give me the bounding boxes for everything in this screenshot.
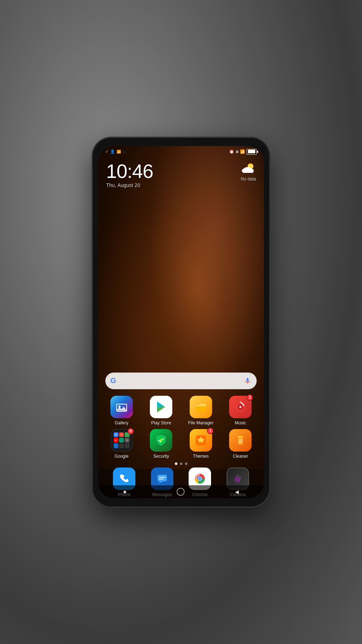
search-mic-button[interactable] <box>244 377 252 385</box>
phone-frame: ✓ 👤 📶 ··· ⏰ ⊠ 📶 10:46 Thu, August 20 <box>92 137 270 507</box>
status-left: ✓ 👤 📶 ··· <box>105 149 126 154</box>
svg-rect-23 <box>157 475 167 481</box>
gallery-label: Gallery <box>115 420 129 425</box>
google-folder-icon: 9 G M 📍 ▶ 👤 ⊞ 1 <box>110 429 133 452</box>
app-google[interactable]: 9 G M 📍 ▶ 👤 ⊞ 1 Google <box>105 429 138 459</box>
cleaner-label: Cleaner <box>233 454 248 459</box>
playstore-icon <box>150 396 172 418</box>
clock-time: 10:46 <box>106 161 153 181</box>
svg-marker-10 <box>157 407 165 412</box>
google-label: Google <box>114 454 129 459</box>
svg-rect-4 <box>243 170 253 173</box>
status-right: ⏰ ⊠ 📶 <box>229 149 257 155</box>
weather-icon <box>241 161 256 176</box>
battery-icon <box>247 149 257 155</box>
google-badge: 9 <box>127 428 134 435</box>
svg-point-33 <box>240 477 241 478</box>
svg-rect-20 <box>239 439 240 443</box>
nav-bar: ■ ◀ <box>98 485 264 498</box>
weather-widget: No data <box>241 161 256 182</box>
app-security[interactable]: Security <box>145 429 177 459</box>
themes-icon: 1 <box>190 429 212 452</box>
svg-point-15 <box>239 406 241 408</box>
dot-1 <box>175 462 177 465</box>
app-gallery[interactable]: Gallery <box>105 396 138 425</box>
svg-rect-21 <box>240 439 241 443</box>
google-logo: G <box>110 377 116 385</box>
filemanager-label: File Manager <box>188 420 214 425</box>
clock-widget: 10:46 Thu, August 20 <box>106 161 153 188</box>
dot-3 <box>185 462 188 465</box>
filemanager-icon <box>190 396 212 418</box>
svg-rect-22 <box>242 439 243 443</box>
nav-back[interactable]: ◀ <box>235 489 239 495</box>
check-icon: ✓ <box>105 149 109 154</box>
music-label: Music <box>235 420 246 425</box>
app-cleaner[interactable]: Cleaner <box>224 429 257 459</box>
cleaner-icon <box>229 429 252 452</box>
page-dots <box>98 462 264 465</box>
dot-2 <box>180 462 182 465</box>
security-label: Security <box>153 454 169 459</box>
sim-icon: 📶 <box>117 150 121 154</box>
playstore-label: Play Store <box>151 420 171 425</box>
phone-screen: ✓ 👤 📶 ··· ⏰ ⊠ 📶 10:46 Thu, August 20 <box>98 146 264 498</box>
weather-text: No data <box>241 176 256 182</box>
app-filemanager[interactable]: File Manager <box>185 396 217 425</box>
svg-point-32 <box>237 478 239 481</box>
music-icon: 1 <box>229 396 252 418</box>
nav-home[interactable] <box>177 488 185 496</box>
app-row-2: 9 G M 📍 ▶ 👤 ⊞ 1 Google <box>98 429 264 459</box>
search-bar[interactable]: G <box>105 373 257 389</box>
svg-marker-7 <box>117 407 127 411</box>
app-playstore[interactable]: Play Store <box>145 396 177 425</box>
app-row-1: Gallery <box>98 396 264 425</box>
svg-marker-9 <box>157 402 165 407</box>
wifi-icon: 📶 <box>240 149 245 154</box>
security-icon <box>150 429 172 452</box>
music-badge: 1 <box>247 394 253 401</box>
status-bar: ✓ 👤 📶 ··· ⏰ ⊠ 📶 <box>98 146 264 158</box>
app-music[interactable]: 1 Music <box>224 396 257 425</box>
screenshot-icon: ⊠ <box>236 150 239 154</box>
themes-badge: 1 <box>207 428 214 434</box>
clock-area: 10:46 Thu, August 20 No data <box>98 158 264 188</box>
alarm-icon: ⏰ <box>229 149 234 154</box>
app-themes[interactable]: 1 Themes <box>185 429 217 459</box>
app-area: G <box>98 373 264 469</box>
gallery-icon <box>110 396 133 418</box>
svg-rect-17 <box>198 442 204 443</box>
themes-label: Themes <box>193 454 209 459</box>
person-icon: 👤 <box>110 149 115 154</box>
more-icon: ··· <box>122 150 126 154</box>
nav-recents[interactable]: ■ <box>123 489 126 495</box>
svg-point-29 <box>199 477 201 480</box>
clock-date: Thu, August 20 <box>106 182 153 188</box>
svg-rect-12 <box>196 406 206 412</box>
